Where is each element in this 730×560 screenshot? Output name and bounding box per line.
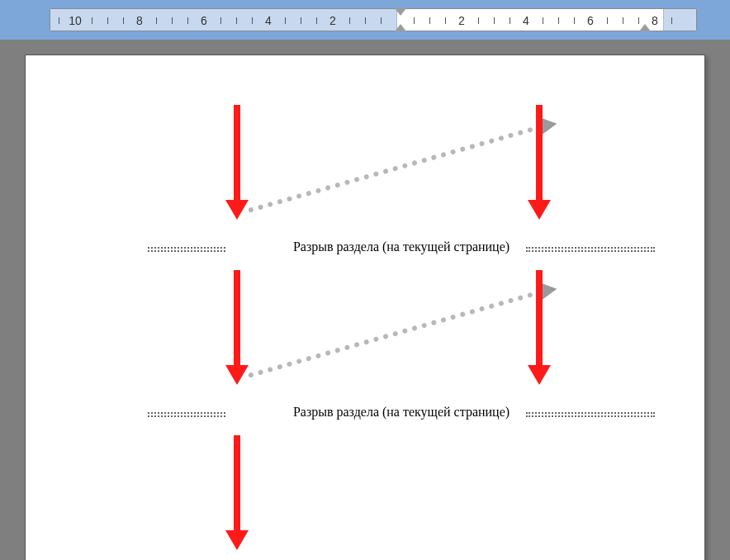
ruler-tick xyxy=(543,17,543,24)
ruler-tick xyxy=(236,17,237,24)
ruler-tick xyxy=(172,17,173,24)
down-arrow-icon xyxy=(234,270,240,367)
ruler-tick xyxy=(607,17,608,24)
connector-arrow-icon xyxy=(248,124,543,213)
ruler-tick xyxy=(381,17,382,24)
down-arrow-icon xyxy=(536,105,543,202)
ruler-left-margin xyxy=(50,9,397,31)
ruler-tick xyxy=(429,17,430,24)
ruler-tick xyxy=(574,17,575,24)
ruler-num: 4 xyxy=(523,9,529,32)
down-arrow-icon xyxy=(234,105,240,202)
ruler-tick xyxy=(478,17,479,24)
ruler-tick xyxy=(558,17,559,24)
section-break-text: Разрыв раздела (на текущей странице) xyxy=(292,240,511,254)
ruler-tick xyxy=(623,17,623,24)
ruler-tick xyxy=(510,17,510,24)
connector-arrow-icon xyxy=(248,289,543,378)
ruler-tick xyxy=(316,17,317,24)
section-break-marker: Разрыв раздела (на текущей странице) xyxy=(148,239,655,255)
ruler-tick xyxy=(187,17,188,24)
ruler-num: 8 xyxy=(136,9,143,32)
section-break-marker: Разрыв раздела (на текущей странице) xyxy=(148,404,655,420)
hanging-indent-marker[interactable] xyxy=(395,24,406,31)
right-indent-marker[interactable] xyxy=(639,24,651,31)
document-area[interactable]: Разрыв раздела (на текущей странице) Раз… xyxy=(0,40,730,560)
ruler-tick xyxy=(365,17,366,24)
ruler-num: 6 xyxy=(587,9,594,32)
horizontal-ruler[interactable]: 10 8 6 4 2 2 4 6 8 xyxy=(50,8,697,31)
ruler-right-margin xyxy=(663,9,696,31)
ruler-num: 10 xyxy=(69,9,82,32)
document-page[interactable]: Разрыв раздела (на текущей странице) Раз… xyxy=(25,55,705,560)
ruler-num: 4 xyxy=(265,9,272,32)
ruler-tick xyxy=(252,17,253,24)
ruler-tick xyxy=(445,17,446,24)
ruler-tick xyxy=(59,17,59,24)
ruler-tick xyxy=(156,17,157,24)
ruler-band: 10 8 6 4 2 2 4 6 8 xyxy=(0,0,730,40)
ruler-tick xyxy=(414,17,415,24)
ruler-num: 6 xyxy=(201,9,207,32)
down-arrow-icon xyxy=(234,435,240,532)
ruler-tick xyxy=(92,17,92,24)
ruler-tick xyxy=(671,17,672,24)
section-break-text: Разрыв раздела (на текущей странице) xyxy=(292,405,511,419)
ruler-tick xyxy=(123,17,124,24)
ruler-tick xyxy=(494,17,495,24)
ruler-tick xyxy=(301,17,301,24)
ruler-num: 2 xyxy=(458,9,465,32)
first-line-indent-marker[interactable] xyxy=(395,8,406,16)
ruler-num: 2 xyxy=(329,9,336,32)
ruler-tick xyxy=(638,17,639,24)
ruler-num: 8 xyxy=(652,9,658,32)
down-arrow-icon xyxy=(536,270,543,367)
ruler-tick xyxy=(285,17,286,24)
ruler-tick xyxy=(220,17,221,24)
ruler-tick xyxy=(349,17,350,24)
ruler-tick xyxy=(107,17,108,24)
